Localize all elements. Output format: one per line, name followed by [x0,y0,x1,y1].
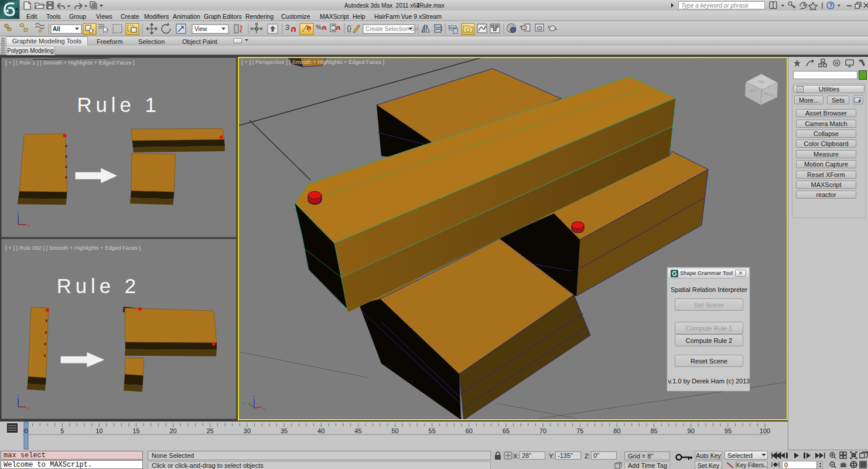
svg-text:?: ? [829,2,833,9]
svg-text:z: z [252,393,255,399]
svg-text:95: 95 [725,427,732,434]
svg-text:{}: {} [347,24,351,32]
svg-text:65: 65 [503,427,510,434]
svg-text:0: 0 [24,427,28,434]
svg-text:20: 20 [169,427,176,434]
svg-text:%: % [316,23,322,30]
svg-text:TOP: TOP [757,80,765,84]
svg-text:35: 35 [281,427,288,434]
svg-text:45: 45 [354,427,361,434]
svg-text:30: 30 [244,427,251,434]
svg-text:90: 90 [688,427,695,434]
svg-text:50: 50 [391,427,398,434]
svg-text:75: 75 [576,427,583,434]
svg-text:View: View [194,26,207,32]
svg-text:25: 25 [207,427,214,434]
svg-text:40: 40 [317,427,324,434]
svg-text:5: 5 [60,427,64,434]
svg-text:100: 100 [760,427,770,434]
svg-text:85: 85 [650,427,657,434]
svg-text:[ + ] [ Rule 1 ] [ Smooth + Hi: [ + ] [ Rule 1 ] [ Smooth + Highlights +… [5,59,134,66]
svg-text:80: 80 [613,427,620,434]
svg-text:15: 15 [132,427,139,434]
svg-text:55: 55 [429,427,436,434]
svg-text:[ + ] [ Perspective ] [ Smooth: [ + ] [ Perspective ] [ Smooth + Highlig… [241,59,384,65]
svg-text:60: 60 [466,427,473,434]
svg-text:x: x [28,405,30,410]
svg-text:All: All [53,26,60,32]
svg-text:Rule 1: Rule 1 [77,94,160,116]
svg-text:70: 70 [539,427,546,434]
svg-text:x: x [263,406,265,411]
svg-text:z: z [16,210,19,215]
svg-text:z: z [16,392,19,397]
svg-text:y: y [242,400,245,405]
svg-text:Rule 2: Rule 2 [57,275,140,297]
svg-text:[ + ] [ Rule 002 ] [ Smooth +: [ + ] [ Rule 002 ] [ Smooth + Highlights… [5,244,141,251]
svg-text:3: 3 [285,23,289,32]
svg-text:10: 10 [95,427,102,434]
svg-text:x: x [28,223,30,228]
